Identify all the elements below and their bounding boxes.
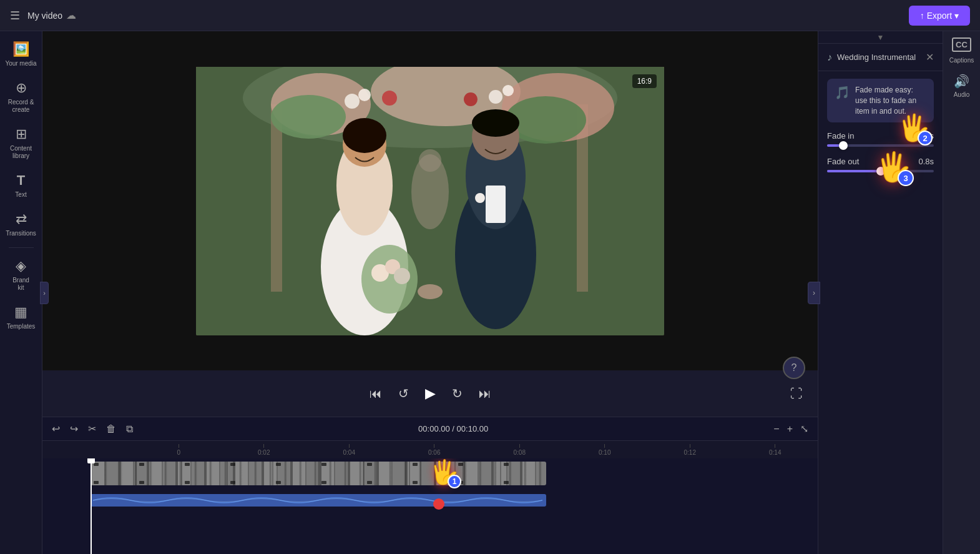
ruler-mark-02: 0:02: [222, 444, 307, 456]
cloud-sync-icon: ☁: [66, 9, 76, 21]
audio-tab[interactable]: 🔊 Audio: [954, 74, 970, 98]
captions-tab[interactable]: CC Captions: [949, 37, 974, 64]
video-track-row: [42, 458, 818, 493]
text-icon: T: [17, 172, 25, 189]
rewind-button[interactable]: ↺: [396, 383, 411, 403]
timeline-toolbar: ↩ ↪ ✂ 🗑 ⧉ 00:00.00 / 00:10.00 − + ⤡: [42, 417, 818, 441]
svg-rect-54: [230, 481, 235, 484]
sidebar-item-text[interactable]: T Text: [2, 167, 40, 204]
delete-button[interactable]: 🗑: [104, 422, 118, 437]
audio-label: Audio: [954, 91, 970, 98]
fade-out-slider-thumb[interactable]: [876, 167, 885, 176]
playback-controls: ⏮ ↺ ▶ ↻ ⏭ ⛶: [42, 377, 818, 410]
sidebar-item-your-media[interactable]: 🖼️ Your media: [2, 36, 40, 72]
transitions-icon: ⇄: [16, 211, 27, 227]
close-panel-button[interactable]: ✕: [926, 51, 934, 63]
video-track-content[interactable]: [89, 458, 818, 493]
svg-rect-55: [276, 481, 281, 484]
sidebar-item-label-brand-kit: Brandkit: [12, 277, 29, 292]
your-media-icon: 🖼️: [12, 41, 29, 57]
undo-button[interactable]: ↩: [50, 421, 62, 437]
audio-track-content[interactable]: 🖐️ 1: [89, 493, 818, 515]
sidebar-item-templates[interactable]: ▦ Templates: [2, 299, 40, 335]
fade-in-label: Fade in: [827, 131, 854, 141]
music-note-icon: ♪: [827, 52, 832, 63]
tooltip-emoji: 🎵: [835, 85, 850, 100]
svg-rect-42: [139, 463, 144, 466]
sidebar-item-brand-kit[interactable]: ◈ Brandkit: [2, 253, 40, 297]
sidebar-item-label-transitions: Transitions: [6, 230, 36, 237]
fade-out-slider[interactable]: [827, 170, 934, 172]
zoom-in-button[interactable]: +: [785, 422, 795, 437]
svg-rect-43: [185, 463, 190, 466]
fade-out-label-row: Fade out 0.8s: [827, 157, 934, 166]
audio-track-inner: [91, 494, 546, 507]
svg-rect-59: [458, 481, 463, 484]
svg-rect-41: [94, 463, 99, 466]
timeline-time: 00:00.00 / 00:10.00: [418, 424, 488, 433]
svg-rect-2: [271, 104, 282, 292]
duplicate-button[interactable]: ⧉: [124, 422, 135, 437]
help-button[interactable]: ?: [783, 357, 805, 379]
fade-in-label-row: Fade in 0.2s: [827, 131, 934, 141]
sidebar-item-content-library[interactable]: ⊞ Contentlibrary: [2, 121, 40, 165]
tooltip-text: Fade made easy: use this to fade an item…: [855, 85, 926, 116]
ruler-mark-06: 0:06: [392, 444, 478, 456]
svg-point-16: [419, 149, 441, 172]
fast-forward-button[interactable]: ↻: [449, 383, 465, 403]
audio-playback-indicator: [433, 498, 444, 510]
fade-in-slider-thumb[interactable]: [839, 141, 848, 150]
svg-rect-44: [230, 463, 235, 466]
left-sidebar: 🖼️ Your media ⊕ Record &create ⊞ Content…: [0, 31, 42, 554]
audio-track-bar[interactable]: [91, 494, 546, 507]
redo-button[interactable]: ↪: [68, 421, 80, 437]
svg-rect-52: [139, 481, 144, 484]
main-area: 🖼️ Your media ⊕ Record &create ⊞ Content…: [0, 31, 980, 554]
ruler-mark-0: 0: [136, 444, 222, 456]
far-right-panel: CC Captions 🔊 Audio: [943, 31, 980, 554]
fade-in-slider[interactable]: [827, 144, 934, 147]
sidebar-item-record-create[interactable]: ⊕ Record &create: [2, 75, 40, 119]
center-panel: 16:9 ? ⏮ ↺ ▶ ↻ ⏭ ⛶ ↩ ↪ ✂ 🗑 ⧉: [42, 31, 818, 554]
sidebar-item-transitions[interactable]: ⇄ Transitions: [2, 206, 40, 242]
fullscreen-button[interactable]: ⛶: [788, 384, 805, 403]
zoom-out-button[interactable]: −: [772, 422, 781, 437]
ruler-mark-14: 0:14: [733, 444, 818, 456]
video-filmstrip[interactable]: [91, 462, 546, 485]
fade-in-row: Fade in 0.2s: [827, 131, 934, 147]
right-panel-expand[interactable]: ▼: [818, 31, 943, 44]
play-button[interactable]: ▶: [423, 383, 438, 404]
left-sidebar-collapse[interactable]: ›: [40, 282, 49, 304]
ruler-mark-08: 0:08: [477, 444, 562, 456]
captions-icon: CC: [952, 37, 971, 52]
timeline-section: ↩ ↪ ✂ 🗑 ⧉ 00:00.00 / 00:10.00 − + ⤡: [42, 417, 818, 554]
sidebar-divider: [9, 247, 34, 248]
svg-point-11: [489, 90, 502, 104]
fade-out-row: Fade out 0.8s: [827, 157, 934, 172]
export-button[interactable]: ↑ Export ▾: [909, 6, 970, 26]
svg-point-14: [464, 92, 478, 106]
svg-rect-49: [458, 463, 463, 466]
timeline-ruler: 0 0:02 0:04 0:06: [42, 441, 818, 458]
right-panel: › ▼ ♪ Wedding Instrumental ✕ 🎵 Fade made…: [818, 31, 943, 554]
fade-out-label: Fade out: [827, 157, 859, 166]
playhead[interactable]: [91, 458, 92, 554]
ruler-mark-04: 0:04: [306, 444, 392, 456]
project-title: My video: [27, 11, 62, 21]
svg-point-10: [358, 89, 371, 101]
skip-to-start-button[interactable]: ⏮: [367, 384, 385, 403]
svg-rect-53: [185, 481, 190, 484]
controls-wrapper: ? ⏮ ↺ ▶ ↻ ⏭ ⛶: [42, 370, 818, 417]
timeline-zoom-controls: − + ⤡: [772, 421, 810, 437]
hamburger-menu[interactable]: ☰: [10, 9, 20, 22]
sidebar-item-label-content-library: Contentlibrary: [10, 145, 32, 160]
svg-point-24: [472, 109, 519, 137]
sidebar-item-label-your-media: Your media: [5, 60, 36, 67]
fit-timeline-button[interactable]: ⤡: [798, 421, 810, 437]
cut-button[interactable]: ✂: [86, 421, 98, 437]
right-panel-collapse[interactable]: ›: [808, 282, 820, 304]
svg-point-13: [382, 91, 397, 106]
content-library-icon: ⊞: [16, 126, 27, 142]
skip-to-end-button[interactable]: ⏭: [476, 384, 494, 403]
svg-rect-51: [94, 481, 99, 484]
